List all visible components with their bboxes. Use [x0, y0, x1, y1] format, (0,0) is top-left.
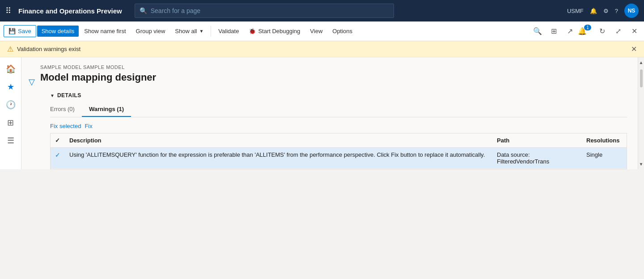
- home-icon[interactable]: 🏠: [3, 61, 19, 77]
- apps-grid-icon[interactable]: ⠿: [5, 6, 11, 16]
- scroll-down-arrow[interactable]: ▼: [639, 161, 644, 167]
- chevron-down-icon: ▼: [199, 29, 203, 34]
- recent-clock-icon[interactable]: 🕐: [3, 97, 19, 113]
- warnings-table: ✓ Description Path Resolutions ✓ Us: [51, 133, 627, 169]
- top-nav-right-controls: USMF 🔔 ⚙ ? NS: [567, 4, 639, 18]
- tab-errors[interactable]: Errors (0): [50, 102, 82, 117]
- view-button[interactable]: View: [305, 26, 327, 37]
- left-sidebar: 🏠 ★ 🕐 ⊞ ☰: [0, 57, 21, 169]
- notification-toolbar-icon[interactable]: 🔔1: [580, 25, 592, 38]
- show-all-dropdown: Show all ▼: [170, 26, 208, 37]
- show-all-button[interactable]: Show all ▼: [170, 26, 208, 37]
- details-header[interactable]: ▼ DETAILS: [50, 92, 627, 99]
- row-check-mark: ✓: [55, 151, 60, 159]
- toolbar-divider-1: [211, 26, 211, 37]
- details-section-label: DETAILS: [57, 92, 81, 99]
- toolbar-right-controls: 🔍 ⊞ ↗ 🔔1 ↻ ⤢ ✕: [531, 25, 640, 38]
- warning-banner: ⚠ Validation warnings exist ✕: [0, 41, 644, 57]
- details-section: ▼ DETAILS Errors (0) Warnings (1) Fix se…: [21, 87, 638, 169]
- tabs-row: Errors (0) Warnings (1): [50, 102, 627, 117]
- notification-bell-icon[interactable]: 🔔: [590, 8, 597, 14]
- top-navigation: ⠿ Finance and Operations Preview 🔍 USMF …: [0, 0, 644, 21]
- start-debugging-button[interactable]: 🐞 Start Debugging: [244, 26, 305, 37]
- table-row[interactable]: ✓ Using 'ALLITEMSQUERY' function for the…: [51, 148, 627, 169]
- main-layout: 🏠 ★ 🕐 ⊞ ☰ ▽ SAMPLE MODEL SAMPLE MODEL Mo…: [0, 57, 644, 169]
- show-details-button[interactable]: Show details: [37, 26, 79, 37]
- vertical-scrollbar: ▲ ▼: [638, 57, 644, 169]
- col-header-path[interactable]: Path: [492, 133, 582, 148]
- search-toolbar-icon[interactable]: 🔍: [531, 25, 544, 38]
- page-info: SAMPLE MODEL SAMPLE MODEL Model mapping …: [40, 64, 627, 83]
- app-title: Finance and Operations Preview: [18, 7, 122, 15]
- breadcrumb: SAMPLE MODEL SAMPLE MODEL: [40, 64, 627, 70]
- action-row: Fix selected Fix: [50, 123, 627, 129]
- content-area: ▽ SAMPLE MODEL SAMPLE MODEL Model mappin…: [21, 57, 638, 169]
- fix-selected-link[interactable]: Fix selected: [50, 123, 81, 129]
- search-bar: 🔍: [135, 4, 394, 18]
- search-icon: 🔍: [140, 7, 147, 14]
- warnings-table-container: ✓ Description Path Resolutions ✓ Us: [50, 133, 627, 169]
- options-button[interactable]: Options: [328, 26, 357, 37]
- save-button[interactable]: 💾 Save: [4, 25, 36, 37]
- scroll-up-arrow[interactable]: ▲: [639, 59, 644, 66]
- col-header-description[interactable]: Description: [65, 133, 492, 148]
- favorites-star-icon[interactable]: ★: [3, 79, 19, 95]
- help-question-icon[interactable]: ?: [615, 8, 618, 14]
- content-header: ▽ SAMPLE MODEL SAMPLE MODEL Model mappin…: [21, 57, 638, 87]
- table-header-row: ✓ Description Path Resolutions: [51, 133, 627, 148]
- scroll-thumb[interactable]: [640, 69, 643, 87]
- close-icon[interactable]: ✕: [628, 25, 640, 38]
- open-in-new-icon[interactable]: ↗: [564, 25, 576, 38]
- show-name-first-button[interactable]: Show name first: [80, 26, 130, 37]
- row-path: Data source: FilteredVendorTrans: [492, 148, 582, 169]
- personalize-icon[interactable]: ⊞: [547, 25, 560, 38]
- row-description: Using 'ALLITEMSQUERY' function for the e…: [65, 148, 492, 169]
- settings-gear-icon[interactable]: ⚙: [603, 8, 609, 14]
- modules-icon[interactable]: ☰: [3, 133, 19, 149]
- refresh-icon[interactable]: ↻: [596, 25, 608, 38]
- notification-badge: 1: [584, 25, 591, 30]
- expand-icon[interactable]: ⤢: [612, 25, 624, 38]
- details-collapse-arrow: ▼: [50, 93, 55, 98]
- search-input[interactable]: [151, 7, 389, 14]
- page-title: Model mapping designer: [40, 72, 627, 83]
- filter-icon[interactable]: ▽: [29, 77, 35, 87]
- select-all-checkbox[interactable]: ✓: [55, 137, 60, 144]
- usmf-label[interactable]: USMF: [567, 8, 584, 14]
- warning-close-button[interactable]: ✕: [631, 45, 637, 53]
- user-avatar[interactable]: NS: [624, 4, 639, 18]
- row-checkbox[interactable]: ✓: [51, 148, 65, 169]
- validate-button[interactable]: Validate: [214, 26, 243, 37]
- group-view-button[interactable]: Group view: [131, 26, 170, 37]
- save-floppy-icon: 💾: [8, 28, 16, 34]
- row-resolutions: Single: [582, 148, 627, 169]
- workspaces-icon[interactable]: ⊞: [3, 115, 19, 131]
- col-header-check: ✓: [51, 133, 65, 148]
- toolbar: 💾 Save Show details Show name first Grou…: [0, 21, 644, 41]
- debug-icon: 🐞: [249, 28, 256, 34]
- warning-message: Validation warnings exist: [17, 46, 627, 52]
- fix-link[interactable]: Fix: [85, 123, 92, 129]
- col-header-resolutions[interactable]: Resolutions: [582, 133, 627, 148]
- warning-triangle-icon: ⚠: [7, 45, 13, 53]
- tab-warnings[interactable]: Warnings (1): [82, 102, 131, 117]
